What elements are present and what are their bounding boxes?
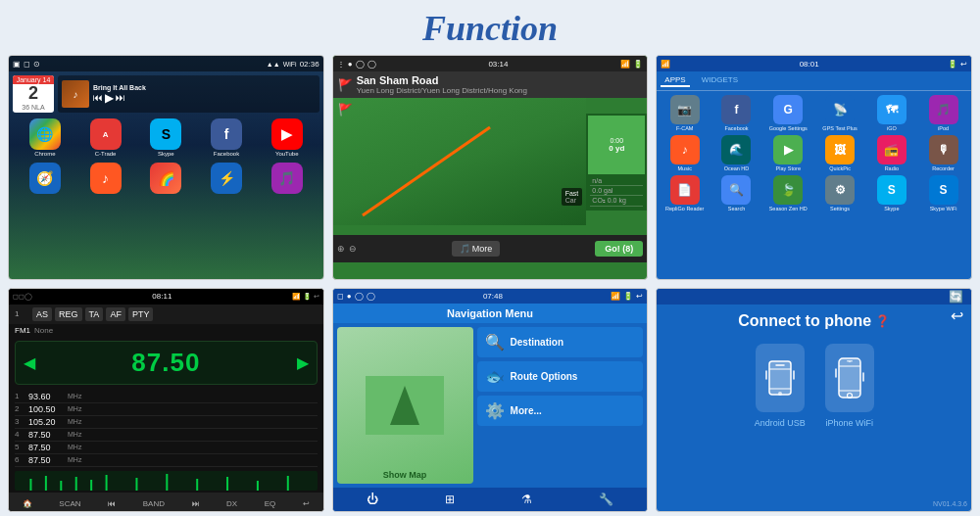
speed-label: Fast bbox=[565, 190, 579, 197]
music-controls: ⏮ ▶ ⏭ bbox=[93, 91, 316, 105]
scan-btn[interactable]: SCAN bbox=[59, 499, 80, 508]
app-music2[interactable]: ♪ bbox=[90, 163, 122, 194]
prev-btn[interactable]: ⏮ bbox=[93, 92, 103, 103]
app-gps-test[interactable]: 📡 GPS Test Plus bbox=[816, 95, 864, 131]
play-btn[interactable]: ▶ bbox=[105, 91, 114, 105]
android-usb-label: Android USB bbox=[755, 418, 806, 428]
next-btn[interactable]: ⏭ bbox=[116, 92, 125, 103]
app-repilgo[interactable]: 📄 RepliGo Reader bbox=[661, 175, 709, 211]
svg-rect-7 bbox=[135, 478, 137, 491]
app-facebook[interactable]: f Facebook bbox=[211, 118, 242, 157]
route-options-item[interactable]: 🐟 Route Options bbox=[477, 361, 644, 392]
band-btn[interactable]: BAND bbox=[143, 499, 165, 508]
connect-options: Android USB bbox=[755, 344, 874, 428]
iphone-wifi-label: iPhone WiFi bbox=[825, 418, 873, 428]
as-btn[interactable]: AS bbox=[32, 307, 52, 321]
nav-map: 🚩 Fast Car bbox=[333, 98, 587, 225]
app-igo[interactable]: 🗺 iGO bbox=[867, 95, 915, 131]
screen-radio: ◻◻◯ 08:11 📶 🔋 ↩ 1 AS REG TA AF PTY FM1 N… bbox=[8, 288, 324, 513]
station-4[interactable]: 4 87.50 MHz bbox=[15, 429, 318, 442]
power-icon[interactable]: ⏻ bbox=[367, 493, 378, 506]
station-2[interactable]: 2 100.50 MHz bbox=[15, 403, 318, 416]
app-fcam[interactable]: 📷 F-CAM bbox=[661, 95, 709, 131]
app-music3[interactable]: 🎵 bbox=[271, 163, 303, 194]
iphone-wifi-option[interactable]: iPhone WiFi bbox=[825, 344, 874, 428]
svg-rect-4 bbox=[75, 477, 77, 491]
statusbar-1: ▣ ◻ ⊙ ▲▲ WiFi 02:36 bbox=[9, 56, 323, 71]
af-btn[interactable]: AF bbox=[106, 307, 125, 321]
time-4: 08:11 bbox=[152, 292, 172, 301]
app-chrome[interactable]: 🌐 Chrome bbox=[29, 118, 61, 157]
app-bluetooth[interactable]: ⚡ bbox=[211, 163, 242, 194]
page-container: Function ▣ ◻ ⊙ ▲▲ WiFi 02:36 January 14 bbox=[0, 0, 980, 516]
ta-btn[interactable]: TA bbox=[85, 307, 104, 321]
app-colornote[interactable]: 🌈 bbox=[150, 163, 181, 194]
app-ocean-hd[interactable]: 🌊 Ocean HD bbox=[712, 135, 760, 171]
app-ipod[interactable]: 🎵 iPod bbox=[919, 95, 967, 131]
station-5[interactable]: 5 87.50 MHz bbox=[15, 442, 318, 454]
prev-freq-btn[interactable]: ◀ bbox=[24, 353, 35, 372]
app-play-store[interactable]: ▶ Play Store bbox=[764, 135, 812, 171]
nav-menu-content: Show Map 🔍 Destination 🐟 Route Options ⚙… bbox=[333, 323, 648, 488]
back-button[interactable]: ↩ bbox=[951, 306, 963, 325]
wrench-icon[interactable]: 🔧 bbox=[599, 493, 613, 506]
tab-apps[interactable]: APPS bbox=[661, 74, 689, 87]
screens-grid: ▣ ◻ ⊙ ▲▲ WiFi 02:36 January 14 2 36 NLA … bbox=[0, 55, 980, 516]
svg-rect-9 bbox=[196, 479, 198, 491]
apps-icon[interactable]: ⊞ bbox=[445, 493, 455, 506]
next-freq-btn[interactable]: ▶ bbox=[297, 353, 309, 372]
app-skype-wifi[interactable]: S Skype WiFi bbox=[919, 175, 967, 211]
music-title: Bring It All Back bbox=[93, 84, 316, 91]
time-2: 03:14 bbox=[488, 60, 508, 69]
go-button[interactable]: Go! (8) bbox=[595, 241, 643, 257]
next-station-btn[interactable]: ⏭ bbox=[192, 499, 200, 508]
screen-navigation: ⋮●◯◯ 03:14 📶🔋 🚩 San Sham Road Yuen Long … bbox=[332, 55, 649, 280]
more-label: More... bbox=[511, 405, 542, 416]
more-item[interactable]: ⚙️ More... bbox=[477, 396, 644, 426]
station-1[interactable]: 1 93.60 MHz bbox=[15, 391, 318, 403]
dx-btn[interactable]: DX bbox=[226, 499, 237, 508]
svg-rect-5 bbox=[90, 480, 92, 491]
map-preview[interactable]: Show Map bbox=[337, 327, 473, 484]
app-skype-s3[interactable]: S Skype bbox=[867, 175, 915, 211]
pty-btn[interactable]: PTY bbox=[128, 307, 154, 321]
music-widget[interactable]: ♪ Bring It All Back ⏮ ▶ ⏭ bbox=[58, 75, 319, 113]
none-label: None bbox=[34, 326, 53, 335]
statusbar-4: ◻◻◯ 08:11 📶 🔋 ↩ bbox=[9, 289, 323, 305]
reg-btn[interactable]: REG bbox=[55, 307, 82, 321]
s1-widgets: January 14 2 36 NLA ♪ Bring It All Back … bbox=[9, 71, 323, 117]
app-season-zen[interactable]: 🍃 Season Zen HD bbox=[764, 175, 812, 211]
app-music-s3[interactable]: ♪ Music bbox=[661, 135, 709, 171]
app-aliexpress[interactable]: A C-Trade bbox=[90, 118, 122, 157]
prev-station-btn[interactable]: ⏮ bbox=[108, 499, 116, 508]
back-btn[interactable]: ↩ bbox=[303, 499, 310, 508]
app-quickpic[interactable]: 🖼 QuickPic bbox=[816, 135, 864, 171]
app-recorder[interactable]: 🎙 Recorder bbox=[919, 135, 967, 171]
screen-connect-phone: 🔄 ↩ Connect to phone ❓ bbox=[656, 288, 972, 513]
app-skype[interactable]: S Skype bbox=[150, 118, 181, 157]
app-settings-s3[interactable]: ⚙ Settings bbox=[816, 175, 864, 211]
app-radio[interactable]: 📻 Radio bbox=[867, 135, 915, 171]
station-6[interactable]: 6 87.50 MHz bbox=[15, 454, 318, 467]
more-button[interactable]: 🎵 More bbox=[452, 241, 501, 257]
tab-widgets[interactable]: WIDGETS bbox=[698, 74, 742, 87]
nav-menu-bottom: ⏻ ⊞ ⚗ 🔧 bbox=[333, 488, 648, 511]
app-facebook-s3[interactable]: f Facebook bbox=[712, 95, 760, 131]
apps-grid: 📷 F-CAM f Facebook G Google Settings 📡 G… bbox=[657, 91, 971, 215]
eq-btn[interactable]: EQ bbox=[265, 499, 276, 508]
help-icon[interactable]: ❓ bbox=[875, 314, 890, 328]
screen-nav-menu: ◻●◯◯ 07:48 📶🔋↩ Navigation Menu Show Map bbox=[332, 288, 649, 513]
apps-tabs: APPS WIDGETS bbox=[657, 71, 971, 91]
app-gps[interactable]: 🧭 bbox=[29, 163, 61, 194]
app-youtube[interactable]: ▶ YouTube bbox=[271, 118, 303, 157]
apps-row2: 🧭 ♪ 🌈 ⚡ 🎵 bbox=[9, 159, 323, 198]
time-1: 02:36 bbox=[300, 60, 319, 69]
home-btn[interactable]: 🏠 bbox=[23, 499, 32, 508]
destination-item[interactable]: 🔍 Destination bbox=[477, 327, 644, 357]
android-usb-option[interactable]: Android USB bbox=[755, 344, 806, 428]
time-3: 08:01 bbox=[800, 60, 819, 69]
app-search[interactable]: 🔍 Search bbox=[712, 175, 760, 211]
flask-icon[interactable]: ⚗ bbox=[521, 493, 532, 506]
station-3[interactable]: 3 105.20 MHz bbox=[15, 416, 318, 429]
app-google-settings[interactable]: G Google Settings bbox=[764, 95, 812, 131]
